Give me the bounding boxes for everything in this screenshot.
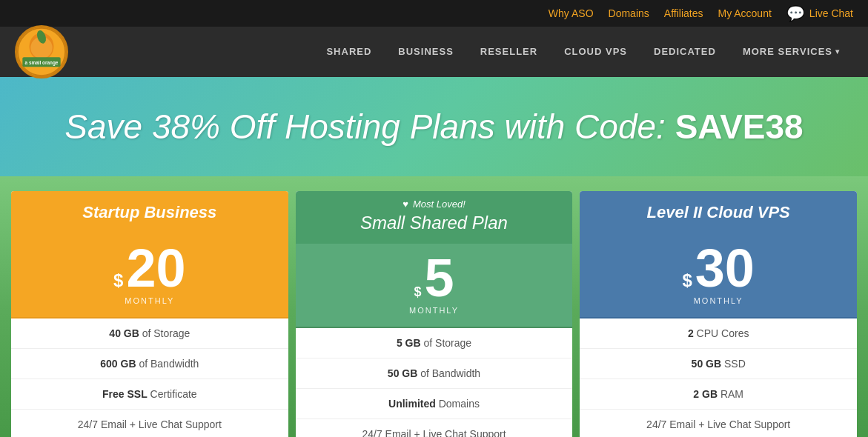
nav-dedicated[interactable]: DEDICATED bbox=[640, 27, 729, 77]
price-number-startup: 20 bbox=[126, 241, 185, 295]
price-dollar-shared: $ bbox=[414, 285, 421, 298]
affiliates-link[interactable]: Affiliates bbox=[664, 7, 703, 19]
price-dollar-startup: $ bbox=[113, 272, 123, 290]
pricing-section: Startup Business $ 20 MONTHLY 40 GB of S… bbox=[0, 176, 868, 437]
price-dollar-vps: $ bbox=[682, 272, 692, 290]
feature-storage-startup: 40 GB of Storage bbox=[11, 318, 288, 349]
most-loved-label: Most Loved! bbox=[413, 199, 466, 210]
chat-icon: 💬 bbox=[786, 4, 805, 22]
hero-title: Save 38% Off Hosting Plans with Code: SA… bbox=[64, 107, 803, 147]
nav-reseller[interactable]: RESELLER bbox=[467, 27, 551, 77]
logo[interactable]: a small orange bbox=[15, 25, 68, 79]
card-header-startup: Startup Business bbox=[11, 191, 288, 234]
card-title-startup: Startup Business bbox=[23, 203, 276, 222]
hero-banner: Save 38% Off Hosting Plans with Code: SA… bbox=[0, 77, 868, 176]
logo-icon: a small orange bbox=[17, 25, 66, 79]
nav-shared[interactable]: SHARED bbox=[313, 27, 385, 77]
price-block-vps: $ 30 MONTHLY bbox=[580, 234, 857, 318]
card-header-shared: ♥ Most Loved! Small Shared Plan bbox=[296, 191, 573, 244]
price-amount-shared: $ 5 bbox=[308, 251, 561, 304]
startup-business-card: Startup Business $ 20 MONTHLY 40 GB of S… bbox=[11, 191, 288, 437]
feature-support-startup: 24/7 Email + Live Chat Support bbox=[11, 410, 288, 437]
chevron-down-icon: ▾ bbox=[835, 27, 840, 77]
nav-links: SHARED BUSINESS RESELLER CLOUD VPS DEDIC… bbox=[98, 27, 853, 77]
price-number-shared: 5 bbox=[424, 251, 454, 304]
main-navigation: a small orange SHARED BUSINESS RESELLER … bbox=[0, 27, 868, 77]
heart-icon: ♥ bbox=[402, 199, 408, 210]
price-monthly-shared: MONTHLY bbox=[308, 306, 561, 315]
feature-support-vps: 24/7 Email + Live Chat Support bbox=[580, 410, 857, 437]
feature-ram-vps: 2 GB RAM bbox=[580, 379, 857, 410]
feature-bandwidth-shared: 50 GB of Bandwidth bbox=[296, 358, 573, 389]
why-aso-link[interactable]: Why ASO bbox=[549, 7, 594, 19]
price-amount-vps: $ 30 bbox=[592, 241, 845, 295]
nav-more-services[interactable]: MORE SERVICES ▾ bbox=[729, 27, 853, 77]
feature-cpu-vps: 2 CPU Cores bbox=[580, 318, 857, 349]
level-ii-cloud-vps-card: Level II Cloud VPS $ 30 MONTHLY 2 CPU Co… bbox=[580, 191, 857, 437]
feature-ssd-vps: 50 GB SSD bbox=[580, 349, 857, 379]
my-account-link[interactable]: My Account bbox=[718, 7, 771, 19]
feature-bandwidth-startup: 600 GB of Bandwidth bbox=[11, 349, 288, 379]
top-navigation: Why ASO Domains Affiliates My Account 💬 … bbox=[0, 0, 868, 27]
price-amount-startup: $ 20 bbox=[23, 241, 276, 295]
feature-storage-shared: 5 GB of Storage bbox=[296, 328, 573, 358]
small-shared-plan-card: ♥ Most Loved! Small Shared Plan $ 5 MONT… bbox=[296, 191, 573, 437]
feature-domains-shared: Unlimited Domains bbox=[296, 389, 573, 419]
live-chat-link[interactable]: 💬 Live Chat bbox=[786, 4, 853, 22]
price-block-startup: $ 20 MONTHLY bbox=[11, 234, 288, 318]
nav-business[interactable]: BUSINESS bbox=[385, 27, 466, 77]
svg-text:a small orange: a small orange bbox=[25, 60, 59, 66]
price-monthly-startup: MONTHLY bbox=[23, 296, 276, 305]
nav-cloud-vps[interactable]: CLOUD VPS bbox=[551, 27, 640, 77]
card-title-shared: Small Shared Plan bbox=[308, 213, 561, 233]
price-monthly-vps: MONTHLY bbox=[592, 296, 845, 305]
card-header-vps: Level II Cloud VPS bbox=[580, 191, 857, 234]
price-number-vps: 30 bbox=[695, 241, 755, 295]
domains-link[interactable]: Domains bbox=[609, 7, 649, 19]
price-block-shared: $ 5 MONTHLY bbox=[296, 244, 573, 328]
card-title-vps: Level II Cloud VPS bbox=[592, 203, 845, 222]
feature-ssl-startup: Free SSL Certificate bbox=[11, 379, 288, 410]
feature-support-shared: 24/7 Email + Live Chat Support bbox=[296, 419, 573, 437]
most-loved-badge: ♥ Most Loved! bbox=[308, 199, 561, 210]
